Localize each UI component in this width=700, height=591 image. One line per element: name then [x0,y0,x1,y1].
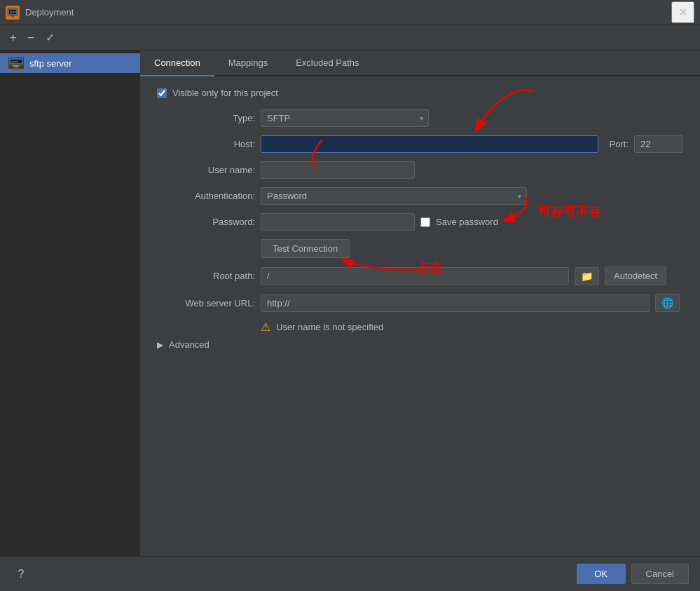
save-password-label[interactable]: Save password [436,217,498,227]
save-password-row: Save password [420,217,498,227]
advanced-label: Advanced [169,339,210,350]
close-button[interactable]: ✕ [671,1,694,23]
deployment-dialog: SFTP Deployment ✕ + − ✓ SFTP [0,0,700,591]
type-select[interactable]: SFTP FTP Local or mounted folder [261,109,429,127]
svg-rect-3 [11,15,15,16]
save-password-checkbox[interactable] [420,217,430,227]
app-icon: SFTP [6,6,20,20]
main-content: SFTP sftp server Connection Mappings Exc… [0,50,700,556]
web-server-input[interactable] [261,294,650,312]
check-button[interactable]: ✓ [41,28,59,47]
sftp-server-icon: SFTP [8,57,24,69]
folder-browse-button[interactable]: 📁 [575,267,599,285]
svg-rect-10 [15,67,18,68]
password-label: Password: [157,217,255,227]
sidebar-item-label: sftp server [29,58,72,69]
test-connection-button[interactable]: Test Connection [261,239,350,258]
cancel-button[interactable]: Cancel [631,564,689,584]
root-path-row: Root path: 📁 Autodetect [157,266,683,285]
help-button[interactable]: ? [11,564,31,584]
host-input[interactable] [261,135,598,153]
visible-label[interactable]: Visible only for this project [172,88,278,98]
form-area: Visible only for this project Type: SFTP… [140,76,700,556]
root-path-controls: 📁 Autodetect [261,266,666,285]
title-bar-text: Deployment [25,7,671,18]
tabs: Connection Mappings Excluded Paths [140,50,700,76]
auth-label: Authentication: [157,191,255,201]
svg-text:SFTP: SFTP [11,60,19,64]
svg-text:SFTP: SFTP [10,11,18,14]
auth-select-wrapper: Password Key pair (OpenSSH or PuTTY) Ope… [261,187,527,205]
bottom-bar: ? OK Cancel [0,556,700,591]
right-panel: Connection Mappings Excluded Paths Visib… [140,50,700,556]
host-label: Host: [157,139,255,149]
open-browser-button[interactable]: 🌐 [655,294,680,312]
type-label: Type: [157,113,255,123]
root-path-label: Root path: [157,271,255,281]
tab-connection[interactable]: Connection [140,50,214,76]
toolbar: + − ✓ [0,25,700,50]
add-button[interactable]: + [6,29,20,47]
port-label: Port: [610,139,629,149]
username-label: User name: [157,165,255,175]
web-server-row: Web server URL: 🌐 [157,294,683,312]
web-server-label: Web server URL: [157,298,255,308]
username-input[interactable] [261,161,415,179]
sidebar: SFTP sftp server [0,50,140,556]
type-select-wrapper: SFTP FTP Local or mounted folder [261,109,429,127]
visible-checkbox-row: Visible only for this project [157,88,683,98]
web-url-controls: 🌐 [261,294,680,312]
advanced-expand-icon: ▶ [157,340,163,350]
title-bar: SFTP Deployment ✕ [0,0,700,25]
svg-rect-9 [13,65,20,67]
remove-button[interactable]: − [23,29,38,47]
port-input[interactable] [634,135,683,153]
tab-mappings[interactable]: Mappings [214,50,282,76]
password-row: Password: Save password [157,213,683,231]
ok-button[interactable]: OK [577,564,626,584]
test-connection-row: Test Connection [157,239,683,258]
auth-row: Authentication: Password Key pair (OpenS… [157,187,683,205]
warning-text: User name is not specified [276,322,383,332]
auth-select[interactable]: Password Key pair (OpenSSH or PuTTY) Ope… [261,187,527,205]
type-row: Type: SFTP FTP Local or mounted folder [157,109,683,127]
autodetect-button[interactable]: Autodetect [605,266,666,285]
root-path-input[interactable] [261,267,569,285]
username-row: User name: [157,161,683,179]
advanced-row[interactable]: ▶ Advanced [157,339,683,350]
password-input[interactable] [261,213,415,231]
sidebar-item-sftp[interactable]: SFTP sftp server [0,53,140,73]
warning-icon: ⚠ [261,320,270,334]
tab-excluded-paths[interactable]: Excluded Paths [282,50,373,76]
warning-row: ⚠ User name is not specified [261,320,683,334]
visible-checkbox[interactable] [157,88,167,98]
host-row: Host: Port: [157,135,683,153]
